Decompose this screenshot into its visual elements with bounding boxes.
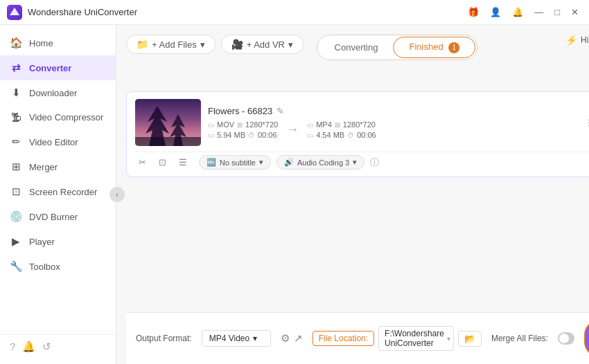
target-format-icon: ▭: [307, 121, 313, 129]
converting-label: Converting: [335, 42, 378, 53]
info-icon[interactable]: ⓘ: [370, 156, 379, 169]
sidebar-label-home: Home: [29, 38, 53, 48]
sidebar-label-downloader: Downloader: [29, 88, 77, 98]
add-vr-button[interactable]: 🎥 + Add VR ▾: [221, 35, 304, 54]
high-speed-conversion[interactable]: ⚡ High Speed Conversion: [565, 35, 589, 46]
bottom-bar: Output Format: MP4 Video ▾ ⚙ ↗ File Loca…: [126, 312, 589, 364]
file-location-row: File Location: F:\Wondershare UniConvert…: [313, 326, 482, 351]
add-vr-chevron: ▾: [288, 39, 293, 50]
add-files-button[interactable]: 📁 + Add Files ▾: [126, 35, 216, 54]
svg-marker-0: [10, 8, 19, 15]
app-body: 🏠 Home ⇄ Converter ⬇ Downloader 🗜 Video …: [0, 25, 589, 364]
user-icon[interactable]: 👤: [486, 6, 504, 19]
target-size: 4.54 MB: [316, 131, 344, 139]
sidebar-item-video-editor[interactable]: ✏ Video Editor: [0, 129, 116, 154]
start-all-button[interactable]: Start All: [584, 320, 589, 357]
sidebar-item-downloader[interactable]: ⬇ Downloader: [0, 80, 116, 105]
target-meta-group: ▭ MP4 ⊞ 1280*720 ▭ 4.54 MB ⏱ 00:06: [307, 120, 376, 139]
source-size-row: ▭ 5.94 MB ⏱ 00:06: [208, 131, 278, 139]
source-size-icon: ▭: [208, 131, 214, 139]
target-resolution-icon: ⊞: [335, 121, 340, 129]
audio-select[interactable]: 🔊 Audio Coding 3 ▾: [276, 155, 364, 170]
file-area: Flowers - 66823 ✎ ▭ MOV ⊞ 1280*720: [126, 91, 589, 312]
target-format-row: ▭ MP4 ⊞ 1280*720: [307, 120, 376, 129]
file-card-top: Flowers - 66823 ✎ ▭ MOV ⊞ 1280*720: [135, 99, 589, 146]
file-location-path[interactable]: F:\Wondershare UniConverter ▾: [378, 326, 454, 351]
subtitle-value: No subtitle: [220, 158, 256, 167]
converter-icon: ⇄: [10, 62, 22, 74]
sidebar-item-converter[interactable]: ⇄ Converter: [0, 55, 116, 80]
player-icon: ▶: [10, 235, 22, 248]
sidebar-label-dvd-burner: DVD Burner: [29, 212, 78, 222]
sidebar-label-editor: Video Editor: [29, 137, 78, 147]
sidebar-item-merger[interactable]: ⊞ Merger: [0, 154, 116, 179]
sidebar-item-video-compressor[interactable]: 🗜 Video Compressor: [0, 105, 116, 129]
file-path-text: F:\Wondershare UniConverter: [385, 329, 444, 348]
merge-all-toggle[interactable]: [558, 332, 574, 345]
cut-icon[interactable]: ✂: [135, 156, 150, 169]
add-vr-icon: 🎥: [231, 39, 243, 50]
output-format-chevron: ▾: [253, 334, 257, 343]
sidebar-label-compressor: Video Compressor: [29, 112, 103, 122]
subtitle-chevron: ▾: [259, 158, 263, 167]
merge-all-label: Merge All Files:: [491, 334, 548, 343]
tab-converting[interactable]: Converting: [319, 38, 394, 57]
editor-icon: ✏: [10, 136, 22, 148]
minimize-icon[interactable]: —: [531, 6, 547, 19]
subtitle-select[interactable]: 🔤 No subtitle ▾: [199, 155, 271, 170]
main-content: 📁 + Add Files ▾ 🎥 + Add VR ▾ Converting …: [116, 25, 589, 364]
add-vr-label: + Add VR: [247, 39, 285, 50]
toolbox-icon: 🔧: [10, 260, 22, 273]
source-resolution: 1280*720: [245, 120, 278, 129]
bell-icon[interactable]: 🔔: [509, 6, 527, 19]
gift-icon[interactable]: 🎁: [464, 6, 482, 19]
add-files-chevron: ▾: [200, 39, 205, 50]
sidebar-item-home[interactable]: 🏠 Home: [0, 30, 116, 55]
settings-small-icon[interactable]: ⚙: [281, 332, 290, 345]
notification-icon[interactable]: 🔔: [22, 340, 35, 353]
audio-value: Audio Coding 3: [297, 158, 349, 167]
file-card-bottom: ✂ ⊡ ☰ 🔤 No subtitle ▾ 🔊 Audio Coding 3 ▾…: [135, 152, 589, 170]
target-duration: 00:06: [357, 131, 376, 139]
file-thumbnail: [135, 99, 201, 146]
sidebar-item-screen-recorder[interactable]: ⊡ Screen Recorder: [0, 179, 116, 204]
file-edit-icon[interactable]: ✎: [276, 106, 284, 116]
open-folder-button[interactable]: 📂: [458, 331, 482, 347]
file-info: Flowers - 66823 ✎ ▭ MOV ⊞ 1280*720: [208, 106, 581, 139]
close-icon[interactable]: ✕: [568, 6, 582, 19]
high-speed-label: High Speed Conversion: [581, 35, 589, 45]
source-format-row: ▭ MOV ⊞ 1280*720: [208, 120, 278, 129]
source-duration-icon: ⏱: [248, 131, 255, 139]
source-format-icon: ▭: [208, 121, 214, 129]
tab-finished[interactable]: Finished 1: [393, 37, 475, 58]
sidebar-item-player[interactable]: ▶ Player: [0, 229, 116, 254]
output-format-label: Output Format:: [136, 334, 192, 343]
sidebar-item-dvd-burner[interactable]: 💿 DVD Burner: [0, 204, 116, 229]
folder-icon: 📂: [464, 334, 475, 344]
titlebar: Wondershare UniConverter 🎁 👤 🔔 — □ ✕: [0, 0, 589, 25]
share-icon[interactable]: ↗: [294, 332, 303, 345]
crop-icon[interactable]: ⊡: [155, 156, 170, 169]
compressor-icon: 🗜: [10, 111, 22, 123]
file-name: Flowers - 66823: [208, 106, 272, 116]
sidebar-bottom: ? 🔔 ↺: [0, 334, 116, 358]
sidebar-label-screen-recorder: Screen Recorder: [29, 187, 97, 197]
sidebar-item-toolbox[interactable]: 🔧 Toolbox: [0, 254, 116, 279]
convert-arrow: →: [286, 122, 299, 137]
downloader-icon: ⬇: [10, 87, 22, 99]
sidebar-label-player: Player: [29, 237, 55, 247]
sidebar-collapse-button[interactable]: ‹: [109, 187, 125, 202]
sidebar: 🏠 Home ⇄ Converter ⬇ Downloader 🗜 Video …: [0, 25, 116, 364]
add-files-icon: 📁: [137, 39, 148, 50]
help-icon[interactable]: ?: [10, 340, 15, 353]
target-resolution: 1280*720: [343, 120, 376, 129]
effects-icon[interactable]: ☰: [175, 156, 191, 169]
maximize-icon[interactable]: □: [551, 6, 563, 19]
app-logo: [7, 5, 22, 20]
source-resolution-icon: ⊞: [237, 121, 243, 129]
refresh-icon[interactable]: ↺: [42, 340, 51, 353]
app-title: Wondershare UniConverter: [28, 7, 464, 17]
finished-badge: 1: [448, 42, 459, 53]
file-card: Flowers - 66823 ✎ ▭ MOV ⊞ 1280*720: [126, 91, 589, 177]
output-format-select[interactable]: MP4 Video ▾: [202, 330, 271, 347]
